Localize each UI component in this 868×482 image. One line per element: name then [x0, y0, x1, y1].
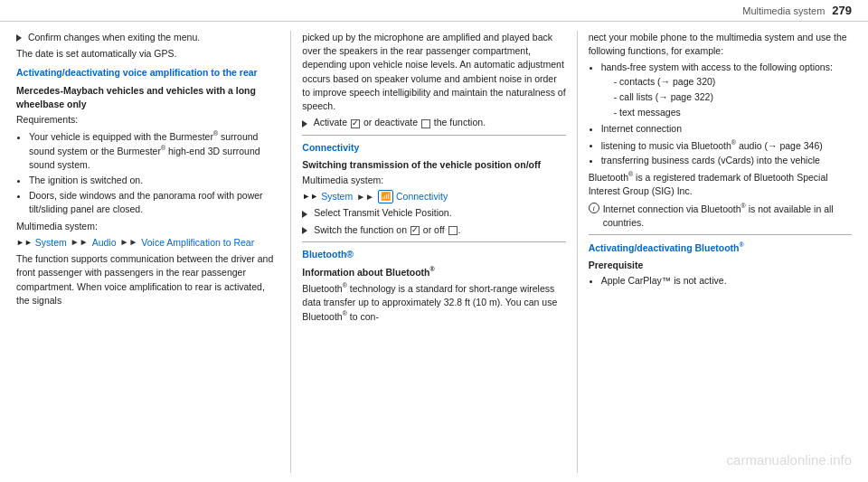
nav-system-2: System: [321, 190, 353, 203]
bt-feature-3: listening to music via Bluetooth® audio …: [601, 138, 852, 153]
nav-arrow-icon-2: ►►: [302, 191, 318, 203]
nav-sep-1: ►►: [71, 236, 89, 250]
cont-text-3: nect your mobile phone to the multimedia…: [589, 31, 852, 58]
page-header: Multimedia system 279: [0, 0, 868, 22]
nav-connectivity: Connectivity: [396, 190, 448, 203]
requirements-list: Your vehicle is equipped with the Burmes…: [29, 129, 279, 216]
req-item-1: Your vehicle is equipped with the Burmes…: [29, 129, 279, 172]
multimedia-label-1: Multimedia system:: [16, 220, 279, 233]
arrow-icon-4: [302, 227, 307, 234]
nav-system: System: [35, 236, 67, 250]
info-box: i Internet connection via Bluetooth® is …: [589, 202, 852, 230]
requirements-label: Requirements:: [16, 113, 279, 127]
arrow-icon-2: [302, 120, 307, 128]
hands-free-sublist: contacts (→ page 320) call lists (→ page…: [614, 75, 852, 120]
checkbox-checked-icon: ✓: [351, 119, 360, 128]
bt-trademark: Bluetooth® is a registered trademark of …: [589, 170, 852, 198]
column-2: picked up by the microphone are amplifie…: [290, 31, 576, 473]
page-number: 279: [832, 4, 852, 17]
body-text-1: The function supports communication betw…: [16, 252, 279, 307]
nav-path-2: ►► System ►► 📶 Connectivity: [302, 190, 565, 203]
sub-calllists: call lists (→ page 322): [614, 90, 852, 104]
checkbox-on-icon: ✓: [410, 226, 420, 235]
activate-line: Activate ✓ or deactivate the function.: [302, 116, 565, 129]
bt-info-heading: Information about Bluetooth®: [302, 265, 565, 279]
multimedia-label-2: Multimedia system:: [302, 174, 565, 187]
nav-arrow-icon: ►►: [16, 237, 33, 249]
info-text: Internet connection via Bluetooth® is no…: [603, 202, 852, 230]
select-label: Select Transmit Vehicle Position.: [302, 206, 565, 220]
arrow-icon-3: [302, 211, 307, 218]
prerequisite-list: Apple CarPlay™ is not active.: [601, 274, 852, 288]
nav-audio: Audio: [92, 236, 117, 250]
bt-features-list: hands-free system with access to the fol…: [601, 61, 852, 167]
divider-2: [302, 241, 565, 242]
arrow-icon: [16, 34, 22, 42]
header-title: Multimedia system: [742, 5, 825, 16]
section-title-connectivity: Connectivity: [302, 141, 565, 155]
nav-path-1: ►► System ►► Audio ►► Voice Amplificatio…: [16, 236, 279, 250]
sub-text: text messages: [614, 106, 852, 119]
vehicles-heading: Mercedes-Maybach vehicles and vehicles w…: [16, 84, 279, 111]
section-title-bt-activate: Activating/deactivating Bluetooth®: [589, 241, 852, 255]
bt-feature-4: transferring business cards (vCards) int…: [601, 154, 852, 167]
divider-1: [302, 135, 565, 136]
bt-feature-2: Internet connection: [601, 122, 852, 136]
main-content: Confirm changes when exiting the menu. T…: [0, 22, 868, 482]
prerequisite-item-1: Apple CarPlay™ is not active.: [601, 274, 852, 288]
prerequisite-heading: Prerequisite: [589, 259, 852, 272]
switch-label: Switch the function on ✓ or off .: [302, 223, 565, 237]
bt-text: Bluetooth® technology is a standard for …: [302, 281, 565, 324]
gps-note: The date is set automatically via GPS.: [16, 47, 279, 61]
section-title-voice: Activating/deactivating voice amplificat…: [16, 66, 279, 80]
nav-sep-3: ►►: [356, 191, 374, 204]
page: Multimedia system 279 Confirm changes wh…: [0, 0, 868, 482]
sub-contacts: contacts (→ page 320): [614, 75, 852, 89]
nav-sep-2: ►►: [120, 236, 138, 250]
column-1: Confirm changes when exiting the menu. T…: [16, 31, 290, 473]
section-title-bt: Bluetooth®: [302, 248, 565, 261]
confirm-bullet: Confirm changes when exiting the menu.: [16, 31, 279, 44]
req-item-3: Doors, side windows and the panorama roo…: [29, 189, 279, 216]
cont-text-2: picked up by the microphone are amplifie…: [302, 31, 565, 113]
divider-3: [589, 234, 852, 235]
checkbox-off-icon: [448, 226, 458, 235]
connectivity-icon: 📶: [378, 190, 393, 203]
info-icon: i: [589, 203, 599, 213]
switching-heading: Switching transmission of the vehicle po…: [302, 158, 565, 172]
nav-voice: Voice Amplification to Rear: [141, 236, 254, 250]
column-3: nect your mobile phone to the multimedia…: [577, 31, 852, 473]
bt-feature-1: hands-free system with access to the fol…: [601, 61, 852, 119]
req-item-2: The ignition is switched on.: [29, 174, 279, 187]
checkbox-empty-icon: [421, 119, 430, 128]
